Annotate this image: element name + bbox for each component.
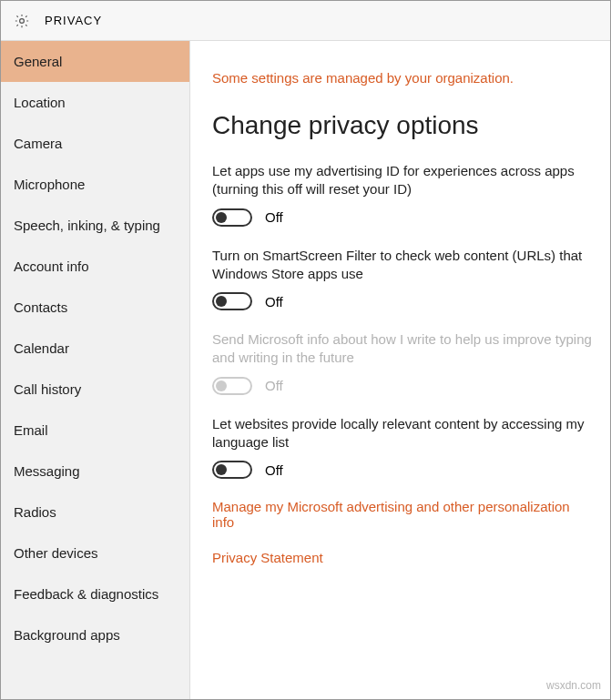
- sidebar-item-label: Background apps: [14, 627, 120, 643]
- toggle-state-label: Off: [265, 378, 283, 393]
- main-content: Some settings are managed by your organi…: [190, 41, 610, 699]
- header-title: PRIVACY: [45, 14, 102, 27]
- toggle-advertising-id[interactable]: [212, 208, 252, 227]
- sidebar-item-location[interactable]: Location: [1, 82, 189, 123]
- sidebar-item-other-devices[interactable]: Other devices: [1, 533, 189, 573]
- sidebar-item-call-history[interactable]: Call history: [1, 369, 189, 410]
- setting-label: Let apps use my advertising ID for exper…: [212, 162, 592, 199]
- link-privacy-statement[interactable]: Privacy Statement: [212, 550, 592, 565]
- sidebar-item-label: Calendar: [14, 340, 69, 356]
- sidebar-item-microphone[interactable]: Microphone: [1, 164, 189, 205]
- setting-send-ms-info: Send Microsoft info about how I write to…: [212, 330, 592, 395]
- setting-label: Turn on SmartScreen Filter to check web …: [212, 247, 592, 284]
- toggle-language-list[interactable]: [212, 461, 252, 479]
- sidebar-item-label: Feedback & diagnostics: [14, 586, 158, 602]
- toggle-state-label: Off: [265, 462, 283, 478]
- sidebar-item-email[interactable]: Email: [1, 410, 189, 451]
- sidebar-item-label: Other devices: [14, 545, 98, 561]
- watermark: wsxdn.com: [546, 679, 601, 692]
- toggle-send-ms-info: [212, 377, 252, 395]
- sidebar-item-label: Camera: [14, 136, 62, 151]
- sidebar-item-label: Call history: [14, 381, 81, 397]
- setting-advertising-id: Let apps use my advertising ID for exper…: [212, 162, 592, 227]
- sidebar: General Location Camera Microphone Speec…: [1, 41, 190, 699]
- setting-label: Let websites provide locally relevant co…: [212, 415, 592, 452]
- link-manage-advertising[interactable]: Manage my Microsoft advertising and othe…: [212, 499, 592, 530]
- sidebar-item-messaging[interactable]: Messaging: [1, 451, 189, 492]
- sidebar-item-label: Microphone: [14, 177, 85, 192]
- toggle-smartscreen[interactable]: [212, 292, 252, 310]
- setting-smartscreen: Turn on SmartScreen Filter to check web …: [212, 247, 592, 311]
- setting-language-list: Let websites provide locally relevant co…: [212, 415, 592, 480]
- sidebar-item-calendar[interactable]: Calendar: [1, 328, 189, 369]
- svg-point-0: [20, 18, 25, 23]
- sidebar-item-label: Messaging: [14, 463, 80, 479]
- sidebar-item-label: Speech, inking, & typing: [14, 218, 160, 233]
- sidebar-item-label: General: [14, 54, 62, 69]
- sidebar-item-feedback-diagnostics[interactable]: Feedback & diagnostics: [1, 573, 189, 614]
- sidebar-item-speech-inking-typing[interactable]: Speech, inking, & typing: [1, 205, 189, 246]
- managed-notice: Some settings are managed by your organi…: [212, 70, 592, 86]
- toggle-state-label: Off: [265, 294, 283, 309]
- sidebar-item-label: Location: [14, 95, 66, 110]
- section-title: Change privacy options: [212, 111, 592, 140]
- sidebar-item-label: Contacts: [14, 299, 67, 315]
- sidebar-item-radios[interactable]: Radios: [1, 492, 189, 533]
- gear-icon: [14, 13, 30, 29]
- sidebar-item-label: Account info: [14, 259, 89, 274]
- sidebar-item-label: Email: [14, 422, 48, 438]
- sidebar-item-label: Radios: [14, 504, 56, 520]
- sidebar-item-background-apps[interactable]: Background apps: [1, 614, 189, 655]
- setting-label: Send Microsoft info about how I write to…: [212, 330, 592, 368]
- sidebar-item-account-info[interactable]: Account info: [1, 246, 189, 287]
- toggle-state-label: Off: [265, 209, 283, 225]
- window-header: PRIVACY: [1, 1, 610, 41]
- sidebar-item-general[interactable]: General: [1, 41, 189, 82]
- sidebar-item-contacts[interactable]: Contacts: [1, 287, 189, 328]
- sidebar-item-camera[interactable]: Camera: [1, 123, 189, 164]
